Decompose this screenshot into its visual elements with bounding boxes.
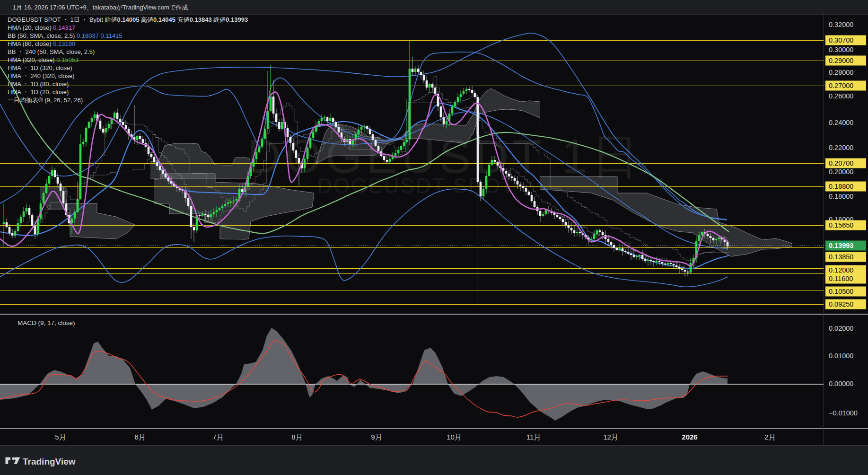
svg-text:11月: 11月 <box>526 433 541 441</box>
svg-text:0.13993: 0.13993 <box>829 242 853 249</box>
svg-text:0.20700: 0.20700 <box>829 159 853 167</box>
svg-text:0.29000: 0.29000 <box>829 57 853 64</box>
svg-text:0.32000: 0.32000 <box>829 21 853 28</box>
svg-text:0.15650: 0.15650 <box>829 221 853 229</box>
svg-text:0.28000: 0.28000 <box>829 69 853 76</box>
svg-text:0.18000: 0.18000 <box>829 193 853 200</box>
svg-text:HMA ・ 1D (320, close): HMA ・ 1D (320, close) <box>8 64 72 71</box>
svg-text:0.10500: 0.10500 <box>829 288 853 295</box>
svg-text:0.27000: 0.27000 <box>829 82 853 89</box>
svg-text:BB (50, SMA, close, 2.5) 0.16: BB (50, SMA, close, 2.5) 0.16037 0.11415 <box>8 32 123 39</box>
svg-text:0.20000: 0.20000 <box>829 168 853 176</box>
svg-text:HMA ・ 1D (20, close): HMA ・ 1D (20, close) <box>8 88 69 96</box>
svg-text:5月: 5月 <box>55 433 66 441</box>
svg-text:6月: 6月 <box>134 433 145 441</box>
svg-text:HMA (320, close) 0.15053: HMA (320, close) 0.15053 <box>8 56 79 63</box>
svg-text:9月: 9月 <box>371 433 382 441</box>
svg-text:−0.01000: −0.01000 <box>829 409 858 417</box>
svg-text:MACD (9, 17, close): MACD (9, 17, close) <box>18 319 75 326</box>
svg-text:2月: 2月 <box>764 433 775 441</box>
svg-text:0.18800: 0.18800 <box>829 183 853 190</box>
svg-text:10月: 10月 <box>447 433 462 441</box>
svg-text:0.13850: 0.13850 <box>829 253 853 261</box>
svg-text:HMA ・ 240 (320, close): HMA ・ 240 (320, close) <box>8 72 75 79</box>
svg-text:8月: 8月 <box>291 433 302 441</box>
svg-text:0.30000: 0.30000 <box>829 46 853 53</box>
svg-text:1月 16, 2026 17:06 UTC+9、takata: 1月 16, 2026 17:06 UTC+9、takatabaがTrading… <box>13 4 188 11</box>
svg-text:0.30700: 0.30700 <box>829 36 853 44</box>
svg-text:TradingView: TradingView <box>23 457 76 466</box>
svg-text:0.11600: 0.11600 <box>829 275 853 282</box>
svg-text:HMA (20, close) 0.14317: HMA (20, close) 0.14317 <box>8 24 75 31</box>
svg-text:0.02000: 0.02000 <box>829 325 853 332</box>
svg-text:2026: 2026 <box>682 433 697 441</box>
svg-text:0.00000: 0.00000 <box>829 380 853 387</box>
svg-text:0.01000: 0.01000 <box>829 352 853 360</box>
svg-text:7月: 7月 <box>212 433 223 441</box>
svg-text:0.26000: 0.26000 <box>829 92 853 100</box>
svg-text:一目均衡表® (9, 26, 52, 26): 一目均衡表® (9, 26, 52, 26) <box>8 97 83 104</box>
svg-text:0.22000: 0.22000 <box>829 144 853 151</box>
svg-text:HMA ・ 1D (80, close): HMA ・ 1D (80, close) <box>8 80 69 88</box>
svg-text:12月: 12月 <box>603 433 618 441</box>
svg-text:DOGEUSDT SPOT ・ 1日 ・ Bybit 始値: DOGEUSDT SPOT ・ 1日 ・ Bybit 始値0.14005 高値0… <box>8 16 248 23</box>
svg-text:0.24000: 0.24000 <box>829 119 853 126</box>
svg-text:BB ・ 240 (50, SMA, close, 2.5): BB ・ 240 (50, SMA, close, 2.5) <box>8 48 95 55</box>
svg-text:0.12000: 0.12000 <box>829 266 853 274</box>
svg-text:HMA (80, close) 0.13190: HMA (80, close) 0.13190 <box>8 40 75 47</box>
svg-text:0.09250: 0.09250 <box>829 300 853 308</box>
